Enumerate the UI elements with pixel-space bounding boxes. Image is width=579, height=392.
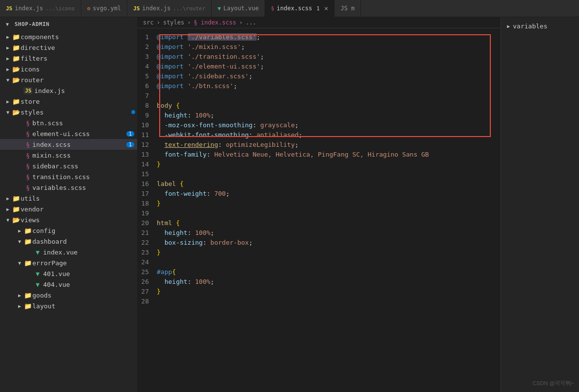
root-collapse-arrow[interactable]: ▼ xyxy=(6,22,9,27)
folder-icon: 📁 xyxy=(12,206,21,213)
sidebar-item-directive[interactable]: ▶ 📁 directive xyxy=(0,42,137,53)
code-line-5: 5 @import './sidebar.scss'; xyxy=(137,71,501,81)
line-number: 22 xyxy=(137,238,157,248)
sidebar: ▼ SHOP-ADMIN ▶ 📁 components ▶ 📁 directiv… xyxy=(0,17,137,392)
sidebar-item-label: goods xyxy=(32,292,137,299)
arrow-icon: ▶ xyxy=(4,67,12,72)
sidebar-item-icons[interactable]: ▶ 📂 icons xyxy=(0,64,137,74)
code-line-24: 24 xyxy=(137,257,501,267)
main-content: ▼ SHOP-ADMIN ▶ 📁 components ▶ 📁 directiv… xyxy=(0,17,579,392)
right-panel-variables[interactable]: ▶ variables xyxy=(503,21,577,31)
sidebar-item-label: store xyxy=(21,98,137,105)
tab-index-scss[interactable]: § index.scss 1 × xyxy=(265,0,335,17)
js-icon: JS xyxy=(133,5,140,12)
vue-file-icon: ▼ xyxy=(33,270,42,277)
sidebar-item-element-ui-scss[interactable]: § element-ui.scss 1 xyxy=(0,128,137,139)
line-number: 14 xyxy=(137,160,157,169)
sidebar-item-dashboard[interactable]: ▼ 📁 dashboard xyxy=(0,236,137,247)
sidebar-item-401-vue[interactable]: ▼ 401.vue xyxy=(0,268,137,279)
code-line-1: 1 @import './variables.scss'; xyxy=(137,32,501,42)
sidebar-item-styles[interactable]: ▼ 📂 styles xyxy=(0,107,137,117)
line-content: label { xyxy=(157,179,501,189)
code-line-13: 13 font-family: Helvetica Neue, Helvetic… xyxy=(137,150,501,160)
sidebar-item-router-indexjs[interactable]: JS index.js xyxy=(0,85,137,96)
sidebar-item-index-scss[interactable]: § index.scss 1 xyxy=(0,139,137,150)
sidebar-item-config[interactable]: ▶ 📁 config xyxy=(0,225,137,236)
sidebar-item-label: element-ui.scss xyxy=(32,130,126,138)
scss-icon: § xyxy=(271,5,274,12)
more-tabs-label: JS m xyxy=(340,5,355,12)
sidebar-item-components[interactable]: ▶ 📁 components xyxy=(0,31,137,42)
tab-layout-vue[interactable]: ▼ Layout.vue xyxy=(212,0,265,17)
right-panel-arrow: ▶ xyxy=(507,23,510,29)
line-number: 24 xyxy=(137,257,157,267)
bc-sep: › xyxy=(157,19,160,26)
tab-indexjs-router[interactable]: JS index.js ...\router xyxy=(127,0,212,17)
sidebar-item-views[interactable]: ▼ 📂 views xyxy=(0,214,137,225)
js-icon: JS xyxy=(6,5,12,12)
sidebar-item-transition-scss[interactable]: § transition.scss xyxy=(0,171,137,182)
sidebar-item-label: filters xyxy=(21,55,137,62)
yml-icon: ⚙ xyxy=(87,5,91,12)
sidebar-item-dashboard-index-vue[interactable]: ▼ index.vue xyxy=(0,247,137,257)
line-number: 9 xyxy=(137,111,157,120)
code-line-3: 3 @import './transition.scss'; xyxy=(137,52,501,62)
arrow-icon: ▼ xyxy=(16,260,24,266)
tab-sublabel: ...\router xyxy=(173,5,205,12)
folder-views-icon: 📂 xyxy=(12,216,21,224)
tab-badge: 1 xyxy=(316,5,320,12)
folder-icon: 📁 xyxy=(24,227,32,234)
sidebar-item-filters[interactable]: ▶ 📁 filters xyxy=(0,53,137,64)
arrow-icon: ▶ xyxy=(4,196,12,201)
scss-file-icon: § xyxy=(24,141,32,148)
code-line-21: 21 height: 100%; xyxy=(137,228,501,238)
sidebar-item-utils[interactable]: ▶ 📁 utils xyxy=(0,193,137,204)
folder-icon: 📁 xyxy=(24,238,32,245)
tab-more[interactable]: JS m xyxy=(335,0,361,17)
line-content: -moz-osx-font-smoothing: grayscale; xyxy=(157,120,501,130)
line-content: font-weight: 700; xyxy=(157,189,501,199)
code-editor[interactable]: 1 @import './variables.scss'; 2 @import … xyxy=(137,28,501,392)
sidebar-item-404-vue[interactable]: ▼ 404.vue xyxy=(0,279,137,290)
sidebar-item-layout[interactable]: ▶ 📁 layout xyxy=(0,300,137,311)
sidebar-item-mixin-scss[interactable]: § mixin.scss xyxy=(0,150,137,161)
code-line-19: 19 xyxy=(137,208,501,218)
line-content: } xyxy=(157,248,501,257)
folder-router-icon: 📂 xyxy=(12,76,21,84)
tab-indexjs-icons[interactable]: JS index.js ...\icons xyxy=(0,0,81,17)
line-content: text-rendering: optimizeLegibility; xyxy=(157,140,501,150)
close-icon[interactable]: × xyxy=(324,5,328,12)
folder-special-icon: 📂 xyxy=(12,66,21,73)
sidebar-item-label: icons xyxy=(21,66,137,73)
sidebar-item-store[interactable]: ▶ 📁 store xyxy=(0,96,137,107)
line-number: 26 xyxy=(137,277,157,287)
sidebar-item-errorpage[interactable]: ▼ 📁 errorPage xyxy=(0,257,137,268)
line-content: } xyxy=(157,160,501,169)
tab-label: index.scss xyxy=(277,5,312,12)
code-line-18: 18 } xyxy=(137,199,501,208)
line-content: } xyxy=(157,199,501,208)
code-line-7: 7 xyxy=(137,91,501,101)
sidebar-item-btn-scss[interactable]: § btn.scss xyxy=(0,117,137,128)
folder-icon: 📁 xyxy=(24,292,32,299)
bc-styles: styles xyxy=(163,19,184,26)
line-content: @import './btn.scss'; xyxy=(157,81,501,91)
tab-svgo[interactable]: ⚙ svgo.yml xyxy=(81,0,127,17)
watermark: CSDN @可可鸭~ xyxy=(532,380,574,387)
arrow-icon: ▼ xyxy=(16,239,24,244)
sidebar-item-router[interactable]: ▼ 📂 router xyxy=(0,74,137,85)
sidebar-item-variables-scss[interactable]: § variables.scss xyxy=(0,182,137,193)
sidebar-item-label: utils xyxy=(21,195,137,202)
bc-sep: › xyxy=(187,19,191,26)
line-number: 6 xyxy=(137,81,157,91)
sidebar-item-vendor[interactable]: ▶ 📁 vendor xyxy=(0,204,137,214)
line-number: 21 xyxy=(137,228,157,238)
line-content: @import './variables.scss'; xyxy=(157,32,501,42)
sidebar-item-sidebar-scss[interactable]: § sidebar.scss xyxy=(0,161,137,171)
tab-label: index.js xyxy=(142,5,170,12)
line-number: 16 xyxy=(137,179,157,189)
scss-file-icon: § xyxy=(24,162,32,170)
tab-sublabel: ...\icons xyxy=(46,5,75,12)
code-line-27: 27 } xyxy=(137,287,501,297)
sidebar-item-goods[interactable]: ▶ 📁 goods xyxy=(0,290,137,300)
